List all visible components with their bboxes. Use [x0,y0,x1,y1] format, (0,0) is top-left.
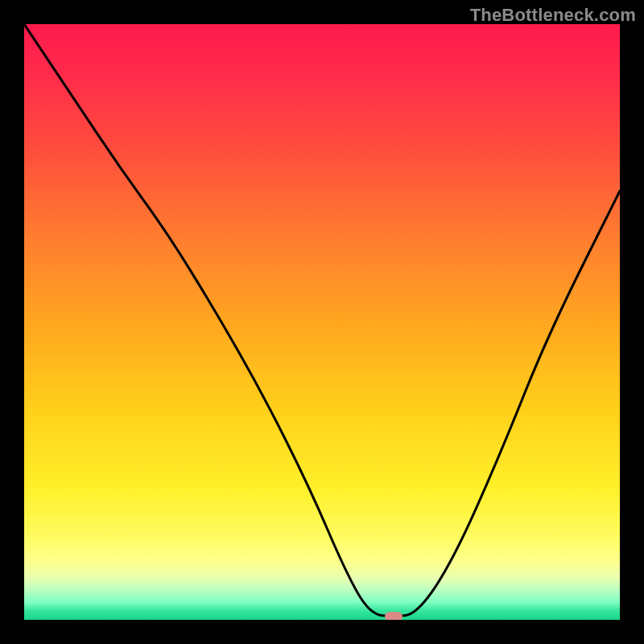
watermark-label: TheBottleneck.com [470,5,636,26]
optimal-point-marker [385,612,402,620]
chart-frame: TheBottleneck.com [0,0,644,644]
plot-area [24,24,620,620]
curve-svg [24,24,620,620]
bottleneck-curve [24,24,620,616]
